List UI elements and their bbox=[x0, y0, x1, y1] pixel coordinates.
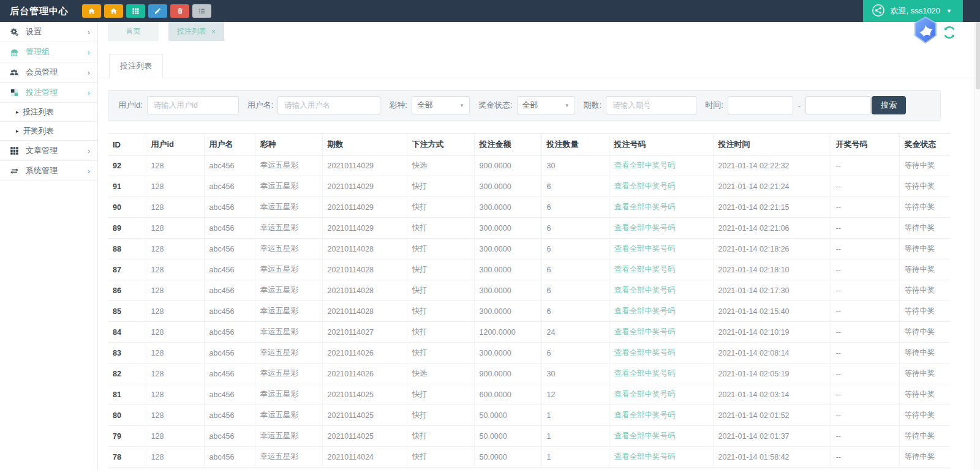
tab-home[interactable]: 首页 bbox=[108, 22, 159, 41]
column-header: 开奖号码 bbox=[831, 134, 899, 155]
table-cell: 快打 bbox=[407, 239, 474, 259]
time-start-input[interactable] bbox=[728, 96, 793, 114]
table-cell: 幸运五星彩 bbox=[255, 364, 322, 384]
search-button[interactable]: 搜索 bbox=[872, 96, 906, 114]
table-cell: 128 bbox=[146, 426, 204, 447]
view-winning-numbers-link[interactable]: 查看全部中奖号码 bbox=[614, 369, 676, 378]
user-id-input[interactable] bbox=[147, 96, 239, 114]
table-cell: -- bbox=[831, 364, 899, 384]
table-cell: -- bbox=[831, 280, 899, 301]
column-header: 投注金额 bbox=[474, 134, 541, 155]
table-cell: 300.0000 bbox=[474, 239, 541, 259]
home-button-1[interactable] bbox=[82, 4, 101, 18]
home-button-2[interactable] bbox=[104, 4, 123, 18]
table-cell: 20210114029 bbox=[322, 155, 407, 176]
refresh-icon[interactable] bbox=[942, 26, 957, 39]
view-winning-numbers-link[interactable]: 查看全部中奖号码 bbox=[614, 244, 676, 253]
view-winning-numbers-link[interactable]: 查看全部中奖号码 bbox=[614, 411, 676, 419]
table-cell: 300.0000 bbox=[474, 218, 541, 239]
thunder-bird-icon[interactable] bbox=[911, 15, 940, 45]
view-winning-numbers-link[interactable]: 查看全部中奖号码 bbox=[614, 161, 676, 170]
table-row: 89128abc456幸运五星彩20210114029快打300.00006查看… bbox=[108, 218, 950, 239]
tab-label: 首页 bbox=[126, 26, 141, 37]
column-header: 彩种 bbox=[255, 134, 322, 155]
table-cell: -- bbox=[831, 218, 899, 239]
view-winning-numbers-link[interactable]: 查看全部中奖号码 bbox=[614, 431, 676, 440]
delete-button[interactable] bbox=[170, 4, 189, 18]
sidebar-item-members[interactable]: 会员管理 › bbox=[0, 62, 97, 83]
table-cell: 20210114029 bbox=[322, 197, 407, 218]
table-row: 91128abc456幸运五星彩20210114029快打300.00006查看… bbox=[108, 176, 950, 197]
table-cell: 1 bbox=[541, 426, 609, 447]
table-cell: 2021-01-14 02:08:14 bbox=[713, 343, 831, 364]
table-cell: abc456 bbox=[204, 447, 255, 468]
scrollbar-thumb[interactable] bbox=[976, 22, 980, 89]
home-icon bbox=[110, 7, 118, 15]
table-cell: 幸运五星彩 bbox=[255, 405, 322, 426]
sidebar-item-label: 文章管理 bbox=[26, 145, 58, 156]
username-input[interactable] bbox=[277, 96, 380, 114]
sidebar-item-admin-group[interactable]: 管理组 › bbox=[0, 42, 97, 62]
table-cell: 2021-01-14 02:21:06 bbox=[713, 218, 831, 239]
edit-icon bbox=[154, 7, 162, 15]
table-cell: 等待中奖 bbox=[899, 301, 950, 322]
table-cell: -- bbox=[831, 301, 899, 322]
view-winning-numbers-link[interactable]: 查看全部中奖号码 bbox=[614, 182, 676, 190]
table-cell: 2021-01-14 01:58:42 bbox=[713, 447, 831, 468]
view-winning-numbers-link[interactable]: 查看全部中奖号码 bbox=[614, 286, 676, 294]
sidebar-item-settings[interactable]: 设置 › bbox=[0, 22, 97, 42]
table-cell: 2021-01-14 02:15:40 bbox=[713, 301, 831, 322]
view-winning-numbers-link[interactable]: 查看全部中奖号码 bbox=[614, 203, 676, 211]
triangle-bullet-icon: ▸ bbox=[16, 109, 19, 115]
sidebar-item-bets[interactable]: 投注管理 › bbox=[0, 83, 97, 103]
sidebar-item-articles[interactable]: 文章管理 › bbox=[0, 141, 97, 161]
close-icon[interactable]: × bbox=[211, 28, 216, 36]
chevron-right-icon: › bbox=[88, 68, 90, 77]
view-winning-numbers-link[interactable]: 查看全部中奖号码 bbox=[614, 327, 676, 336]
card-tab-bet-list[interactable]: 投注列表 bbox=[109, 54, 163, 78]
table-cell: 6 bbox=[541, 239, 609, 259]
time-end-input[interactable] bbox=[805, 96, 871, 114]
view-winning-numbers-link[interactable]: 查看全部中奖号码 bbox=[614, 452, 676, 461]
table-cell: abc456 bbox=[204, 322, 255, 343]
table-cell: 快选 bbox=[407, 155, 474, 176]
table-cell: -- bbox=[831, 176, 899, 197]
list-icon bbox=[198, 7, 206, 15]
card-tab-header: 投注列表 bbox=[98, 54, 974, 78]
scrollbar[interactable] bbox=[974, 22, 980, 470]
sidebar-subitem-draw-list[interactable]: ▸ 开奖列表 bbox=[0, 122, 97, 141]
table-cell: abc456 bbox=[204, 197, 255, 218]
tab-bet-list[interactable]: 投注列表 × bbox=[168, 22, 224, 41]
sidebar-item-system[interactable]: 系统管理 › bbox=[0, 161, 97, 181]
table-cell: 128 bbox=[146, 447, 204, 468]
edit-button[interactable] bbox=[148, 4, 167, 18]
table-cell: 等待中奖 bbox=[899, 322, 950, 343]
table-cell: -- bbox=[831, 239, 899, 259]
view-winning-numbers-link[interactable]: 查看全部中奖号码 bbox=[614, 223, 676, 232]
table-cell: 84 bbox=[108, 322, 146, 343]
table-cell: 87 bbox=[108, 259, 146, 280]
prize-status-select[interactable]: 全部 ▼ bbox=[517, 96, 575, 114]
table-cell: -- bbox=[831, 405, 899, 426]
table-cell: 900.0000 bbox=[474, 155, 541, 176]
column-header: 投注号码 bbox=[609, 134, 713, 155]
sidebar-subitem-bet-list[interactable]: ▸ 投注列表 bbox=[0, 103, 97, 122]
lottery-select[interactable]: 全部 ▼ bbox=[412, 96, 470, 114]
view-winning-numbers-link[interactable]: 查看全部中奖号码 bbox=[614, 265, 676, 274]
list-button[interactable] bbox=[192, 4, 211, 18]
view-winning-numbers-link[interactable]: 查看全部中奖号码 bbox=[614, 307, 676, 315]
table-cell: 128 bbox=[146, 239, 204, 259]
table-cell: 300.0000 bbox=[474, 259, 541, 280]
view-winning-numbers-link[interactable]: 查看全部中奖号码 bbox=[614, 390, 676, 398]
top-header: 后台管理中心 欢迎, sss1020 ▼ bbox=[0, 0, 980, 22]
table-row: 83128abc456幸运五星彩20210114026快打300.00006查看… bbox=[108, 343, 950, 364]
table-cell: 幸运五星彩 bbox=[255, 259, 322, 280]
page-tabstrip: 首页 投注列表 × bbox=[98, 22, 974, 41]
table-cell: 128 bbox=[146, 301, 204, 322]
table-cell: 91 bbox=[108, 176, 146, 197]
chevron-right-icon: › bbox=[88, 28, 90, 37]
view-winning-numbers-link[interactable]: 查看全部中奖号码 bbox=[614, 348, 676, 357]
grid-button[interactable] bbox=[126, 4, 145, 18]
period-input[interactable] bbox=[606, 96, 696, 114]
table-cell: 20210114027 bbox=[322, 322, 407, 343]
